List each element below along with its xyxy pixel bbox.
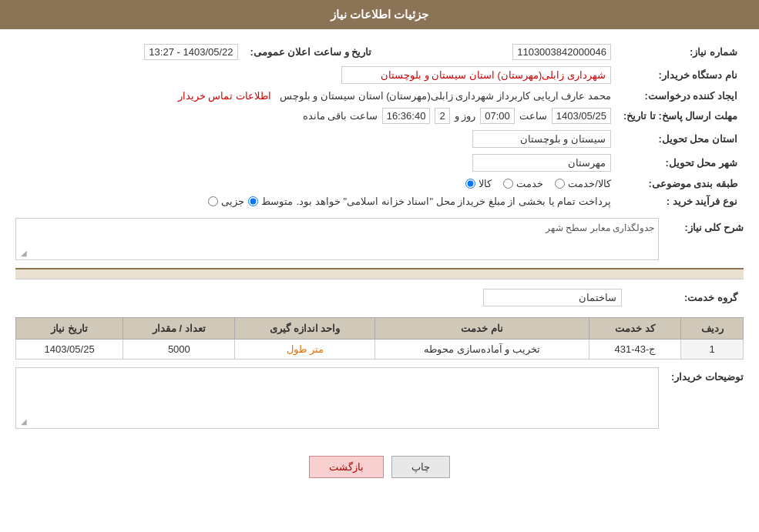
province-label: استان محل تحویل:: [617, 127, 744, 151]
row-city: شهر محل تحویل: مهرستان: [15, 151, 744, 175]
creator-value: محمد عارف اریایی کاربرداز شهرداری زابلی(…: [15, 87, 617, 105]
buyer-desc-resize-icon: ◢: [18, 417, 27, 427]
services-table-header-row: ردیف کد خدمت نام خدمت واحد اندازه گیری ت…: [16, 318, 744, 340]
need-number-label: شماره نیاز:: [617, 41, 744, 63]
general-desc-section: شرح کلی نیاز: جدولگذاری معابر سطح شهر ◢: [15, 218, 744, 260]
deadline-value: 1403/05/25 ساعت 07:00 روز و 2 16:36:40 س…: [15, 105, 617, 127]
cell-unit: متر طول: [235, 340, 374, 360]
buyer-org-label: نام دستگاه خریدار:: [617, 63, 744, 87]
row-buyer-org: نام دستگاه خریدار: شهرداری زابلی(مهرستان…: [15, 63, 744, 87]
deadline-date-box: 1403/05/25: [552, 108, 611, 124]
service-group-box: ساختمان: [483, 289, 622, 306]
category-radio-kala[interactable]: [465, 179, 475, 189]
category-radio-group: کالا/خدمت خدمت کالا: [465, 178, 611, 189]
cell-row-num: 1: [681, 340, 744, 360]
general-desc-wrapper: جدولگذاری معابر سطح شهر ◢: [15, 218, 659, 260]
services-table: ردیف کد خدمت نام خدمت واحد اندازه گیری ت…: [15, 317, 744, 360]
service-group-label: گروه خدمت:: [628, 286, 744, 309]
announce-date-value: 1403/05/22 - 13:27: [15, 41, 244, 63]
row-process-type: نوع فرآیند خرید : پرداخت تمام یا بخشی از…: [15, 192, 744, 210]
creator-text: محمد عارف اریایی کاربرداز شهرداری زابلی(…: [280, 90, 611, 102]
general-desc-box: جدولگذاری معابر سطح شهر ◢: [15, 218, 659, 260]
deadline-day-label: روز و: [455, 110, 476, 122]
process-label-motavasset: متوسط: [261, 196, 293, 207]
row-creator: ایجاد کننده درخواست: محمد عارف اریایی کا…: [15, 87, 744, 105]
col-header-name: نام خدمت: [374, 318, 589, 340]
deadline-label: مهلت ارسال پاسخ: تا تاریخ:: [617, 105, 744, 127]
col-header-row-num: ردیف: [681, 318, 744, 340]
category-option-kala[interactable]: کالا: [465, 178, 492, 189]
service-group-value: ساختمان: [15, 286, 628, 309]
col-header-qty: تعداد / مقدار: [123, 318, 235, 340]
print-button[interactable]: چاپ: [391, 456, 450, 478]
services-section-title: [15, 268, 744, 279]
row-category: طبقه بندی موضوعی: کالا/خدمت خدمت کالا: [15, 175, 744, 192]
process-label-jozii: جزیی: [221, 196, 244, 207]
process-option-motavasset[interactable]: متوسط: [248, 196, 293, 207]
row-service-group: گروه خدمت: ساختمان: [15, 286, 744, 309]
buyer-org-value: شهرداری زابلی(مهرستان) استان سیستان و بل…: [15, 63, 617, 87]
deadline-time-box: 07:00: [480, 108, 515, 124]
deadline-remaining-label: ساعت باقی مانده: [303, 110, 378, 122]
category-radio-kala-khedmat[interactable]: [555, 179, 565, 189]
province-box: سیستان و بلوچستان: [472, 130, 611, 148]
category-label-khedmat: خدمت: [516, 178, 543, 189]
services-table-body: 1 ج-43-431 تخریب و آماده‌سازی محوطه متر …: [16, 340, 744, 360]
service-group-table: گروه خدمت: ساختمان: [15, 286, 744, 309]
main-content: شماره نیاز: 1103003842000046 تاریخ و ساع…: [0, 29, 759, 501]
creator-label: ایجاد کننده درخواست:: [617, 87, 744, 105]
buyer-desc-box: ◢: [15, 367, 659, 429]
need-number-box: 1103003842000046: [512, 44, 611, 60]
process-type-label: نوع فرآیند خرید :: [617, 192, 744, 210]
col-header-code: کد خدمت: [589, 318, 680, 340]
deadline-remaining-box: 16:36:40: [382, 108, 431, 124]
category-option-kala-khedmat[interactable]: کالا/خدمت: [555, 178, 611, 189]
buyer-desc-section: توضیحات خریدار: ◢: [15, 367, 744, 437]
process-note: پرداخت تمام یا بخشی از مبلغ خریداز محل "…: [297, 196, 611, 207]
col-header-date: تاریخ نیاز: [16, 318, 123, 340]
category-label-kala-khedmat: کالا/خدمت: [568, 178, 611, 189]
page-wrapper: جزئیات اطلاعات نیاز شماره نیاز: 11030038…: [0, 0, 759, 532]
category-value: کالا/خدمت خدمت کالا: [15, 175, 617, 192]
deadline-days-box: 2: [435, 108, 449, 124]
creator-link[interactable]: اطلاعات تماس خریدار: [178, 90, 271, 102]
services-table-head: ردیف کد خدمت نام خدمت واحد اندازه گیری ت…: [16, 318, 744, 340]
cell-date: 1403/05/25: [16, 340, 123, 360]
city-box: مهرستان: [472, 154, 611, 172]
category-radio-khedmat[interactable]: [503, 179, 513, 189]
cell-qty: 5000: [123, 340, 235, 360]
buyer-desc-label: توضیحات خریدار:: [667, 367, 744, 383]
category-option-khedmat[interactable]: خدمت: [503, 178, 543, 189]
page-header: جزئیات اطلاعات نیاز: [0, 0, 759, 29]
need-number-value: 1103003842000046: [378, 41, 617, 63]
resize-handle-icon: ◢: [18, 249, 27, 258]
process-radio-motavasset[interactable]: [248, 196, 258, 206]
city-value: مهرستان: [15, 151, 617, 175]
deadline-time-label: ساعت: [519, 110, 547, 122]
process-radio-jozii[interactable]: [208, 196, 218, 206]
process-option-jozii[interactable]: جزیی: [208, 196, 244, 207]
city-label: شهر محل تحویل:: [617, 151, 744, 175]
back-button[interactable]: بازگشت: [309, 456, 384, 478]
announce-date-label: تاریخ و ساعت اعلان عمومی:: [244, 41, 378, 63]
general-desc-text: جدولگذاری معابر سطح شهر: [546, 223, 654, 233]
row-province: استان محل تحویل: سیستان و بلوچستان: [15, 127, 744, 151]
cell-name: تخریب و آماده‌سازی محوطه: [374, 340, 589, 360]
announce-date-box: 1403/05/22 - 13:27: [144, 44, 237, 60]
buyer-org-box: شهرداری زابلی(مهرستان) استان سیستان و بل…: [341, 66, 611, 84]
province-value: سیستان و بلوچستان: [15, 127, 617, 151]
page-title: جزئیات اطلاعات نیاز: [331, 8, 428, 21]
process-row: پرداخت تمام یا بخشی از مبلغ خریداز محل "…: [22, 196, 611, 207]
process-type-value: پرداخت تمام یا بخشی از مبلغ خریداز محل "…: [15, 192, 617, 210]
row-deadline: مهلت ارسال پاسخ: تا تاریخ: 1403/05/25 سا…: [15, 105, 744, 127]
col-header-unit: واحد اندازه گیری: [235, 318, 374, 340]
general-desc-label: شرح کلی نیاز:: [667, 218, 744, 233]
info-table: شماره نیاز: 1103003842000046 تاریخ و ساع…: [15, 41, 744, 210]
deadline-row: 1403/05/25 ساعت 07:00 روز و 2 16:36:40 س…: [22, 108, 611, 124]
category-label-kala: کالا: [479, 178, 492, 189]
row-need-number: شماره نیاز: 1103003842000046 تاریخ و ساع…: [15, 41, 744, 63]
button-bar: بازگشت چاپ: [15, 444, 744, 490]
category-label: طبقه بندی موضوعی:: [617, 175, 744, 192]
cell-code: ج-43-431: [589, 340, 680, 360]
buyer-desc-wrapper: ◢: [15, 367, 659, 437]
